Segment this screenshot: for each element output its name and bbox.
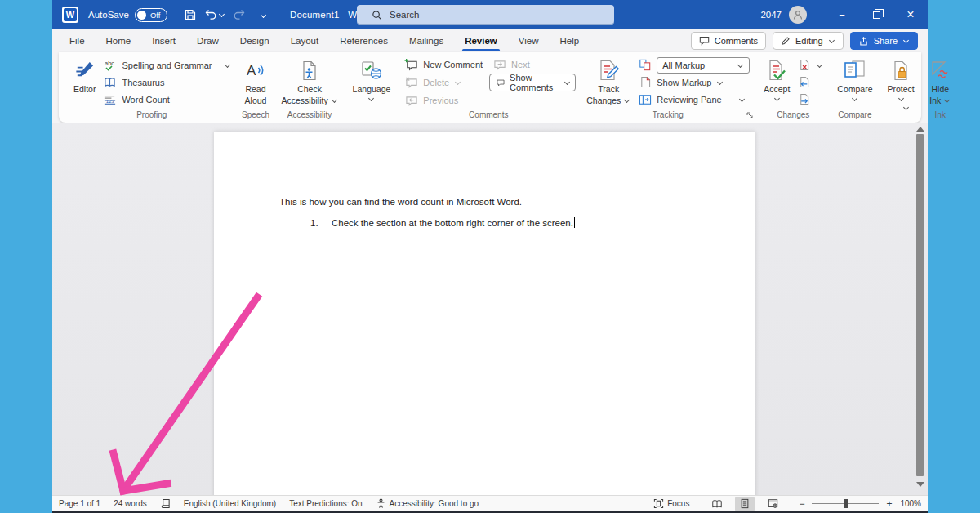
protect-button[interactable]: Protect [884, 56, 919, 110]
word-count-status[interactable]: 24 words [107, 499, 154, 508]
tab-file[interactable]: File [59, 29, 96, 52]
show-markup-button[interactable]: Show Markup [635, 74, 753, 91]
language-status[interactable]: English (United Kingdom) [177, 499, 283, 508]
print-layout-button[interactable] [735, 497, 755, 511]
previous-comment-icon [404, 95, 418, 107]
reviewing-pane-button[interactable]: Reviewing Pane [635, 91, 753, 108]
editor-button[interactable]: Editor [69, 56, 100, 110]
accept-button[interactable]: Accept [760, 56, 794, 110]
editing-mode-button[interactable]: Editing [773, 32, 844, 50]
read-aloud-icon: A [245, 58, 267, 83]
word-count-button[interactable]: 123 Word Count [100, 91, 234, 108]
overflow-bar-icon [260, 11, 267, 12]
spelling-grammar-button[interactable]: abc Spelling and Grammar [100, 56, 234, 74]
comments-button-label: Comments [715, 36, 758, 46]
undo-button[interactable] [203, 3, 226, 26]
search-input[interactable]: Search [357, 5, 614, 25]
accessibility-status[interactable]: Accessibility: Good to go [369, 498, 486, 509]
document-page[interactable]: This is how you can find the word count … [214, 132, 755, 495]
scrollbar-thumb[interactable] [916, 134, 924, 476]
focus-mode-button[interactable]: Focus [647, 498, 696, 509]
restore-button[interactable] [859, 0, 893, 29]
new-comment-button[interactable]: New Comment [401, 56, 486, 74]
read-mode-button[interactable] [707, 497, 727, 511]
tab-design[interactable]: Design [229, 29, 280, 52]
read-aloud-button[interactable]: A Read Aloud [241, 56, 271, 110]
group-tracking: Track Changes All Markup [580, 54, 755, 123]
show-comments-icon [497, 78, 505, 88]
collapse-ribbon-button[interactable] [902, 100, 910, 114]
pencil-icon [781, 36, 791, 46]
person-icon [792, 9, 804, 20]
hide-ink-button[interactable]: Hide Ink [925, 56, 956, 110]
language-label: Language [353, 84, 391, 96]
group-language: Language [346, 54, 398, 123]
proofing-book-icon [160, 498, 171, 509]
tab-home[interactable]: Home [96, 29, 142, 52]
document-paragraph[interactable]: This is how you can find the word count … [279, 197, 522, 207]
language-chevron-icon [368, 96, 375, 102]
scroll-up-arrow-icon[interactable] [916, 127, 924, 132]
save-button[interactable] [179, 3, 202, 26]
delete-comment-button: Delete [401, 74, 486, 91]
tab-references[interactable]: References [329, 29, 399, 52]
all-markup-select[interactable]: All Markup [657, 57, 750, 74]
previous-change-button[interactable] [794, 74, 826, 91]
quick-access-overflow-button[interactable] [252, 3, 275, 26]
all-markup-chevron-icon [737, 62, 744, 69]
zoom-out-button[interactable]: − [797, 498, 806, 510]
tab-layout[interactable]: Layout [280, 29, 330, 52]
vertical-scrollbar[interactable] [915, 123, 926, 495]
search-icon [372, 10, 382, 20]
autosave-switch[interactable]: Off [135, 8, 167, 22]
scroll-down-arrow-icon[interactable] [916, 482, 924, 487]
text-predictions-status[interactable]: Text Predictions: On [283, 499, 368, 508]
search-placeholder: Search [390, 10, 419, 20]
reject-button[interactable] [794, 56, 826, 74]
document-list-item[interactable]: 1. Check the section at the bottom right… [310, 217, 575, 228]
group-protect: Protect [881, 54, 921, 123]
tab-view[interactable]: View [508, 29, 550, 52]
track-changes-label-2: Changes [586, 96, 621, 105]
autosave-toggle[interactable]: AutoSave Off [88, 8, 167, 22]
share-icon [858, 36, 869, 47]
tab-insert[interactable]: Insert [141, 29, 186, 52]
group-ink: Hide Ink Ink [923, 54, 958, 123]
tab-draw[interactable]: Draw [186, 29, 229, 52]
web-layout-button[interactable] [763, 497, 782, 511]
group-accessibility: Check Accessibility Accessibility [275, 54, 345, 123]
zoom-slider[interactable] [812, 503, 879, 504]
protect-lock-icon [890, 58, 911, 83]
all-markup-value: All Markup [662, 60, 705, 70]
show-comments-button[interactable]: Show Comments [489, 74, 576, 91]
toggle-knob-icon [137, 11, 146, 20]
share-button[interactable]: Share [850, 32, 918, 50]
track-changes-button[interactable]: Track Changes [582, 56, 635, 110]
word-logo-icon: W [62, 7, 78, 23]
tab-mailings[interactable]: Mailings [399, 29, 454, 52]
tab-help[interactable]: Help [550, 29, 590, 52]
zoom-slider-thumb[interactable] [844, 499, 848, 508]
ribbon-tab-row: File Home Insert Draw Design Layout Refe… [52, 29, 928, 52]
tracking-dialog-launcher[interactable] [746, 111, 754, 121]
group-compare: Compare Compare [831, 54, 879, 123]
thesaurus-button[interactable]: Thesaurus [100, 74, 234, 91]
zoom-level[interactable]: 100% [893, 499, 923, 508]
page-indicator[interactable]: Page 1 of 1 [57, 499, 107, 508]
compare-button[interactable]: Compare [833, 56, 876, 110]
check-accessibility-button[interactable]: Check Accessibility [278, 56, 342, 110]
account-avatar[interactable] [789, 6, 807, 24]
next-change-button[interactable] [794, 91, 826, 108]
hide-ink-chevron-icon [943, 97, 951, 104]
minimize-button[interactable]: − [825, 0, 859, 29]
zoom-in-button[interactable]: + [884, 498, 893, 510]
page-indicator-label: Page 1 of 1 [59, 499, 100, 508]
comments-button[interactable]: Comments [691, 32, 766, 50]
language-button[interactable]: Language [349, 56, 395, 110]
word-count-label: Word Count [122, 95, 170, 105]
tracking-label-text: Tracking [653, 110, 684, 119]
proofing-status-button[interactable] [154, 498, 177, 509]
close-button[interactable]: × [893, 0, 928, 29]
status-bar: Page 1 of 1 24 words English (United Kin… [52, 495, 928, 511]
tab-review[interactable]: Review [454, 29, 508, 52]
